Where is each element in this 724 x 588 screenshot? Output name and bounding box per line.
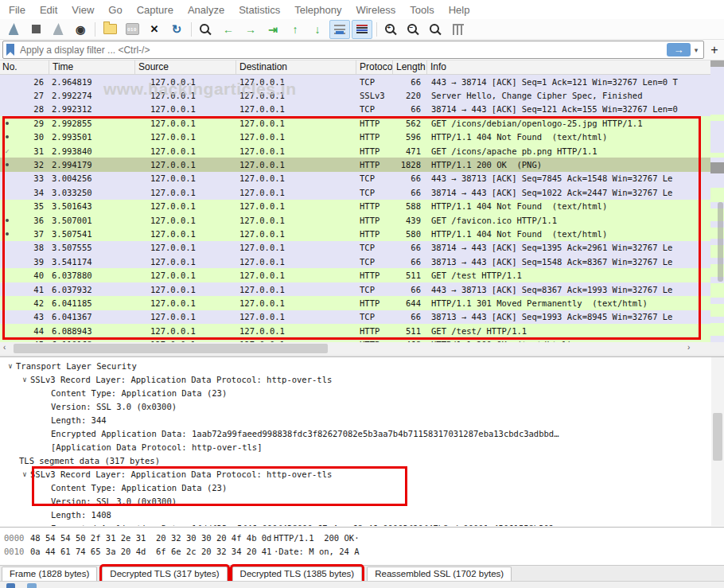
go-to-bottom-button[interactable]: ↓: [307, 20, 328, 39]
tree-item[interactable]: Content Type: Application Data (23): [0, 386, 724, 399]
cell-source: 127.0.0.1: [135, 104, 236, 114]
menu-item-telephony[interactable]: Telephony: [287, 2, 348, 18]
menu-bar: FileEditViewGoCaptureAnalyzeStatisticsTe…: [0, 0, 724, 19]
menu-item-wireless[interactable]: Wireless: [348, 2, 403, 18]
horizontal-scrollbar[interactable]: ‹ ›: [0, 342, 710, 355]
hex-bytes[interactable]: 0a 44 61 74 65 3a 20 4d 6f 6e 2c 20 32 3…: [30, 547, 274, 556]
tree-item[interactable]: TLS segment data (317 bytes): [0, 454, 724, 467]
column-header-info[interactable]: Info: [427, 60, 724, 74]
tree-item[interactable]: Encrypted Application Data: 1aab72a99fae…: [0, 426, 724, 440]
hex-row[interactable]: 000048 54 54 50 2f 31 2e 31 20 32 30 30 …: [0, 531, 724, 544]
zoom-out-icon: −: [407, 24, 421, 35]
packet-list-minimap-scrollbar[interactable]: [710, 60, 724, 342]
column-header-source[interactable]: Source: [135, 60, 236, 74]
tree-item-label: Transport Layer Security: [16, 361, 137, 371]
filter-bar: → ▾ +: [0, 40, 724, 60]
auto-scroll-button[interactable]: [329, 20, 350, 39]
hex-offset: 0000: [0, 533, 30, 543]
resize-columns-button[interactable]: [448, 20, 469, 39]
go-forward-icon: →: [245, 24, 256, 35]
menu-item-view[interactable]: View: [64, 2, 101, 18]
column-header-length[interactable]: Length: [393, 60, 427, 74]
tree-item[interactable]: ∨SSLv3 Record Layer: Application Data Pr…: [0, 372, 724, 386]
tree-item-label: Length: 344: [51, 415, 107, 425]
go-forward-button[interactable]: →: [240, 20, 261, 39]
expander-icon[interactable]: ∨: [5, 362, 16, 370]
details-scrollbar[interactable]: [711, 357, 724, 526]
tree-item[interactable]: [Application Data Protocol: http-over-tl…: [0, 440, 724, 454]
zoom-out-button[interactable]: −: [403, 20, 424, 39]
column-header-protocol[interactable]: Protocol: [356, 60, 393, 74]
byte-view-tab[interactable]: Reassembled SSL (1702 bytes): [367, 567, 512, 581]
apply-filter-button[interactable]: →: [667, 43, 691, 56]
tree-item[interactable]: Encrypted Application Data: 1fddf33ee5f4…: [0, 521, 724, 526]
cell-no: 28: [14, 104, 49, 114]
cell-info: Server Hello, Change Cipher Spec, Finish…: [427, 91, 710, 100]
byte-view-tab[interactable]: Decrypted TLS (1385 bytes): [232, 567, 363, 581]
expert-info-icon[interactable]: [6, 583, 15, 588]
expander-icon[interactable]: ∨: [19, 470, 30, 478]
scrollbar-corner: [710, 342, 724, 355]
save-file-button[interactable]: 010: [122, 20, 142, 39]
scroll-right-arrow[interactable]: ›: [687, 343, 690, 352]
details-scrollbar-thumb[interactable]: [713, 413, 722, 461]
menu-item-file[interactable]: File: [2, 2, 33, 18]
packet-bytes-pane[interactable]: 000048 54 54 50 2f 31 2e 31 20 32 30 30 …: [0, 527, 724, 565]
go-back-button[interactable]: ←: [218, 20, 239, 39]
start-capture-button[interactable]: [3, 20, 24, 39]
tree-item[interactable]: Version: SSL 3.0 (0x0300): [0, 399, 724, 413]
zoom-normal-button[interactable]: [426, 20, 446, 39]
tree-item-label: [Application Data Protocol: http-over-tl…: [51, 442, 263, 452]
menu-item-capture[interactable]: Capture: [130, 2, 181, 18]
vertical-scrollbar-thumb[interactable]: [718, 202, 723, 282]
filter-bookmark-icon[interactable]: [6, 44, 14, 56]
hex-row[interactable]: 00100a 44 61 74 65 3a 20 4d 6f 6e 2c 20 …: [0, 544, 724, 558]
go-to-top-button[interactable]: ↑: [285, 20, 306, 39]
display-filter-field[interactable]: → ▾: [2, 41, 704, 59]
capture-options-icon: ◉: [76, 24, 85, 35]
column-header-destination[interactable]: Destination: [236, 60, 356, 74]
hex-bytes[interactable]: 48 54 54 50 2f 31 2e 31 20 32 30 30 20 4…: [30, 533, 274, 543]
auto-scroll-icon: [334, 25, 345, 34]
hex-ascii: HTTP/1.1 200 OK·: [274, 533, 359, 543]
tree-item[interactable]: Length: 1408: [0, 508, 724, 521]
cell-protocol: SSLv3: [356, 91, 393, 100]
restart-capture-button[interactable]: [48, 20, 68, 39]
packet-row[interactable]: 282.992312127.0.0.1127.0.0.1TCP6638714 →…: [0, 103, 710, 116]
open-file-icon: [103, 24, 117, 34]
horizontal-scrollbar-thumb[interactable]: [14, 344, 328, 353]
stop-capture-button[interactable]: [25, 20, 46, 39]
expander-icon[interactable]: ∨: [19, 376, 30, 384]
menu-item-go[interactable]: Go: [101, 2, 129, 18]
menu-item-tools[interactable]: Tools: [403, 2, 441, 18]
tree-item-label: TLS segment data (317 bytes): [19, 456, 160, 465]
find-packet-button[interactable]: [196, 20, 216, 39]
menu-item-edit[interactable]: Edit: [33, 2, 64, 18]
capture-comment-icon[interactable]: [27, 583, 37, 588]
add-filter-button-button[interactable]: +: [707, 43, 722, 57]
menu-item-analyze[interactable]: Analyze: [181, 2, 232, 18]
find-packet-icon: [200, 24, 213, 35]
display-filter-input[interactable]: [18, 44, 667, 56]
column-header-time[interactable]: Time: [49, 60, 135, 74]
colorize-button[interactable]: [352, 20, 372, 39]
capture-options-button[interactable]: ◉: [70, 20, 91, 39]
close-file-button[interactable]: ✕: [144, 20, 165, 39]
zoom-in-button[interactable]: +: [381, 20, 402, 39]
byte-view-tab-active[interactable]: Decrypted TLS (317 bytes): [102, 567, 227, 581]
tree-item-label: Version: SSL 3.0 (0x0300): [51, 402, 177, 411]
reload-button[interactable]: ↻: [166, 20, 187, 39]
cell-time: 2.992312: [49, 104, 135, 114]
open-file-button[interactable]: [99, 20, 120, 39]
cell-protocol: TCP: [356, 104, 393, 114]
go-to-packet-button[interactable]: ⇥: [263, 20, 283, 39]
menu-item-help[interactable]: Help: [442, 2, 477, 18]
byte-view-tab[interactable]: Frame (1828 bytes): [2, 567, 97, 581]
scroll-left-arrow[interactable]: ‹: [3, 343, 6, 352]
menu-item-statistics[interactable]: Statistics: [232, 2, 287, 18]
zoom-normal-icon: [430, 24, 443, 35]
column-header-no[interactable]: No.: [0, 60, 49, 74]
tree-item[interactable]: ∨Transport Layer Security: [0, 359, 724, 372]
filter-dropdown-icon[interactable]: ▾: [691, 43, 702, 56]
tree-item[interactable]: Length: 344: [0, 413, 724, 426]
